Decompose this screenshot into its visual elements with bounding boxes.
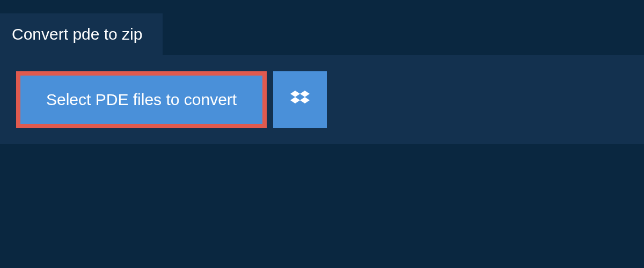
dropbox-button[interactable] [273, 71, 327, 128]
content-area: Select PDE files to convert [0, 55, 644, 144]
tab-label: Convert pde to zip [12, 25, 142, 43]
tab-container: Convert pde to zip [0, 13, 644, 55]
dropbox-icon [290, 89, 310, 110]
button-row: Select PDE files to convert [16, 71, 628, 128]
tab-convert[interactable]: Convert pde to zip [0, 13, 163, 55]
select-files-button[interactable]: Select PDE files to convert [16, 71, 267, 128]
select-files-label: Select PDE files to convert [46, 91, 237, 109]
